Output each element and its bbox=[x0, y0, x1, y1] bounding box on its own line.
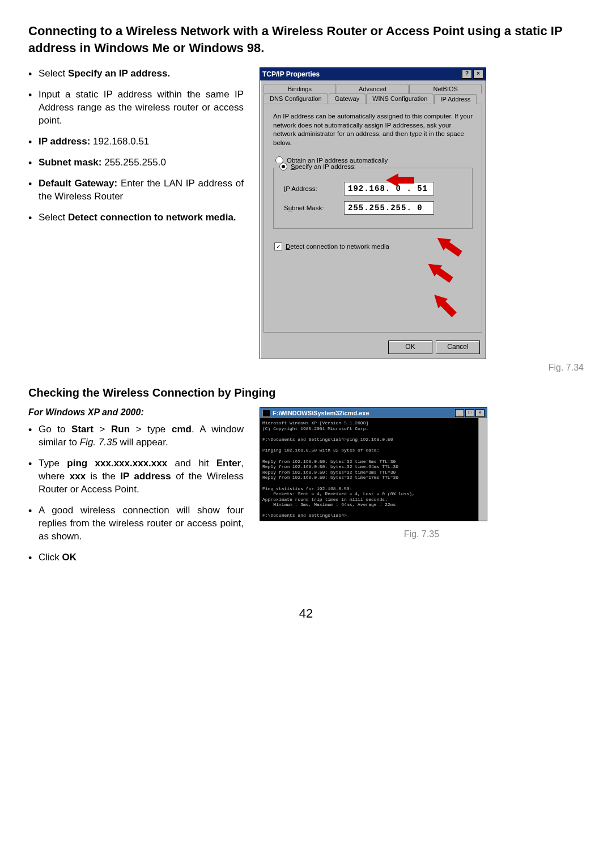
bullet-input-static: Input a static IP address within the sam… bbox=[28, 88, 244, 127]
tcpip-properties-dialog: TCP/IP Properties ? × Bindings Advanced … bbox=[260, 67, 486, 359]
radio-specify-ip[interactable]: Specify an IP address: bbox=[277, 163, 358, 171]
bullet-subnet-mask: Subnet mask: 255.255.255.0 bbox=[28, 156, 244, 169]
radio-icon-selected bbox=[279, 163, 287, 171]
checkbox-icon: ✓ bbox=[274, 242, 282, 250]
cmd-window: F:\WINDOWS\System32\cmd.exe _ □ × Micros… bbox=[260, 407, 487, 521]
bullet-default-gateway: Default Gateway: Enter the LAN IP addres… bbox=[28, 177, 244, 203]
tab-wins[interactable]: WINS Configuration bbox=[366, 93, 434, 104]
page-heading: Connecting to a Wireless Network with a … bbox=[28, 23, 584, 56]
radio-specify-label: Specify an IP address: bbox=[291, 163, 356, 170]
top-bullet-list: Select Specify an IP address. Input a st… bbox=[28, 67, 244, 224]
ip-address-input[interactable]: 192.168. 0 . 51 bbox=[344, 182, 434, 195]
maximize-button[interactable]: □ bbox=[465, 409, 474, 417]
tab-ip-address[interactable]: IP Address bbox=[434, 94, 477, 104]
tab-bindings[interactable]: Bindings bbox=[264, 84, 336, 93]
close-button[interactable]: × bbox=[475, 409, 484, 417]
tab-netbios[interactable]: NetBIOS bbox=[409, 84, 482, 93]
bullet-detect-media: Select Detect connection to network medi… bbox=[28, 211, 244, 224]
cmd-output: Microsoft Windows XP [Version 5.1.2600] … bbox=[260, 418, 487, 521]
bottom-bullet-list: Go to Start > Run > type cmd. A window s… bbox=[28, 423, 244, 564]
subnet-mask-label: Subnet Mask: bbox=[284, 205, 335, 211]
cmd-title-bar: F:\WINDOWS\System32\cmd.exe _ □ × bbox=[260, 408, 487, 418]
dialog-title: TCP/IP Properties bbox=[262, 70, 461, 78]
dialog-description: An IP address can be automatically assig… bbox=[273, 112, 473, 147]
tab-strip: Bindings Advanced NetBIOS DNS Configurat… bbox=[260, 80, 486, 104]
dialog-title-bar: TCP/IP Properties ? × bbox=[260, 68, 486, 80]
tab-gateway[interactable]: Gateway bbox=[329, 93, 366, 104]
detect-media-label: Detect connection to network media bbox=[286, 243, 389, 250]
bullet-ip-address: IP address: 192.168.0.51 bbox=[28, 135, 244, 148]
help-button[interactable]: ? bbox=[462, 70, 472, 79]
section-heading-pinging: Checking the Wireless Connection by Ping… bbox=[28, 386, 584, 399]
bullet-click-ok: Click OK bbox=[28, 551, 244, 564]
bullet-type-ping: Type ping xxx.xxx.xxx.xxx and hit Enter,… bbox=[28, 457, 244, 496]
bullet-good-connection: A good wireless connection will show fou… bbox=[28, 504, 244, 543]
bullet-start-run-cmd: Go to Start > Run > type cmd. A window s… bbox=[28, 423, 244, 449]
close-button[interactable]: × bbox=[473, 70, 483, 79]
ok-button[interactable]: OK bbox=[388, 341, 432, 354]
tab-body: An IP address can be automatically assig… bbox=[264, 104, 482, 333]
cancel-button[interactable]: Cancel bbox=[436, 341, 480, 354]
tab-dns[interactable]: DNS Configuration bbox=[264, 93, 328, 104]
scrollbar[interactable] bbox=[478, 418, 487, 521]
tab-advanced[interactable]: Advanced bbox=[337, 84, 409, 93]
figure-caption-2: Fig. 7.35 bbox=[260, 529, 584, 539]
page-number: 42 bbox=[28, 606, 584, 621]
detect-media-checkbox-row[interactable]: ✓ Detect connection to network media bbox=[274, 242, 475, 250]
subnet-mask-input[interactable]: 255.255.255. 0 bbox=[344, 201, 434, 215]
figure-caption-1: Fig. 7.34 bbox=[260, 363, 584, 373]
cmd-icon bbox=[262, 409, 270, 417]
cmd-title-text: F:\WINDOWS\System32\cmd.exe bbox=[273, 410, 454, 416]
subheading-xp-2000: For Windows XP and 2000: bbox=[28, 407, 244, 418]
minimize-button[interactable]: _ bbox=[455, 409, 464, 417]
bullet-specify-ip: Select Specify an IP address. bbox=[28, 67, 244, 80]
ip-address-label: IP Address: bbox=[284, 185, 335, 192]
